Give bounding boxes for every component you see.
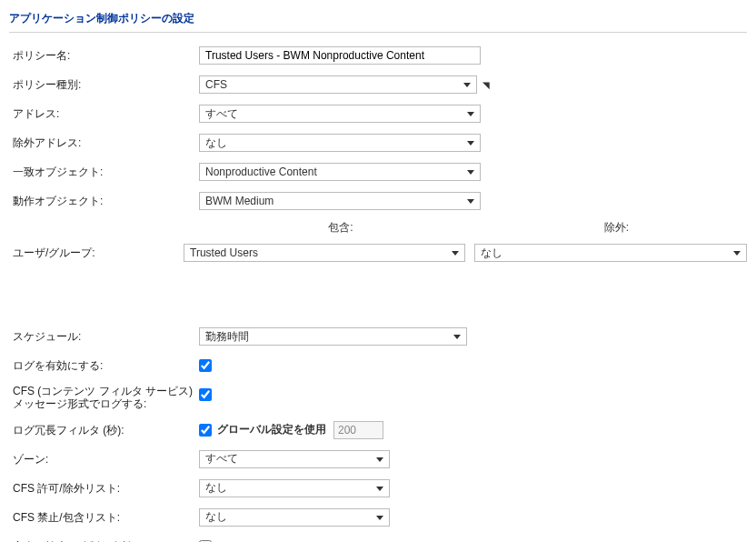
chevron-down-icon (733, 251, 741, 256)
chevron-down-icon (463, 83, 471, 87)
chevron-down-icon (452, 251, 459, 256)
policy-name-label: ポリシー名: (9, 49, 199, 62)
policy-type-select[interactable]: CFS (199, 75, 477, 94)
address-select[interactable]: すべて (199, 105, 481, 123)
schedule-value: 勤務時間 (205, 329, 249, 345)
action-object-label: 動作オブジェクト: (9, 195, 199, 207)
cfs-deny-label: CFS 禁止/包含リスト: (9, 511, 199, 524)
user-group-exclude-value: なし (481, 246, 502, 261)
excl-address-value: なし (205, 136, 227, 151)
action-object-value: BWM Medium (205, 195, 274, 207)
zone-select[interactable]: すべて (199, 450, 390, 468)
user-group-include-select[interactable]: Trusted Users (184, 244, 465, 262)
enable-log-label: ログを有効にする: (9, 359, 199, 372)
chevron-down-icon (467, 170, 474, 175)
address-label: アドレス: (9, 107, 199, 120)
policy-type-value: CFS (205, 78, 227, 91)
cfs-allow-select[interactable]: なし (199, 479, 390, 497)
chevron-down-icon (467, 141, 474, 146)
chevron-down-icon (453, 335, 461, 339)
zone-label: ゾーン: (9, 453, 199, 466)
excl-address-select[interactable]: なし (199, 134, 481, 152)
chevron-down-icon (467, 112, 474, 116)
user-group-exclude-select[interactable]: なし (474, 244, 747, 262)
chevron-down-icon (376, 457, 383, 462)
use-global-label: グローバル設定を使用 (217, 422, 326, 437)
policy-type-label: ポリシー種別: (9, 78, 199, 91)
redundancy-checkbox[interactable] (199, 424, 212, 437)
match-object-select[interactable]: Nonproductive Content (199, 163, 481, 181)
user-group-include-value: Trusted Users (190, 246, 258, 259)
action-object-select[interactable]: BWM Medium (199, 192, 481, 210)
excl-address-label: 除外アドレス: (9, 136, 199, 149)
schedule-select[interactable]: 勤務時間 (199, 327, 467, 346)
cfs-allow-value: なし (205, 480, 227, 496)
redundancy-label: ログ冗長フィルタ (秒): (9, 424, 199, 437)
chevron-down-icon (467, 199, 474, 204)
cfs-deny-select[interactable]: なし (199, 508, 390, 527)
page-title: アプリケーション制御ポリシーの設定 (9, 7, 747, 33)
enable-log-checkbox[interactable] (199, 359, 212, 372)
cfs-msglog-label: CFS (コンテンツ フィルタ サービス) メッセージ形式でログする: (9, 385, 199, 411)
cfs-deny-value: なし (205, 509, 227, 525)
chevron-down-icon (376, 516, 383, 520)
chevron-down-icon (376, 487, 383, 491)
exclude-header: 除外: (486, 220, 747, 236)
match-object-value: Nonproductive Content (205, 166, 317, 178)
cfs-msglog-checkbox[interactable] (199, 388, 212, 401)
match-object-label: 一致オブジェクト: (9, 166, 199, 178)
zone-value: すべて (205, 451, 238, 467)
policy-name-input[interactable] (199, 46, 481, 65)
user-group-label: ユーザ/グループ: (9, 246, 184, 259)
schedule-label: スケジュール: (9, 330, 199, 343)
redundancy-value-input (333, 421, 383, 439)
cfs-allow-label: CFS 許可/除外リスト: (9, 482, 199, 495)
extra-caret-icon: ◥ (482, 80, 490, 90)
include-header: 包含: (195, 220, 486, 236)
address-value: すべて (205, 106, 238, 122)
